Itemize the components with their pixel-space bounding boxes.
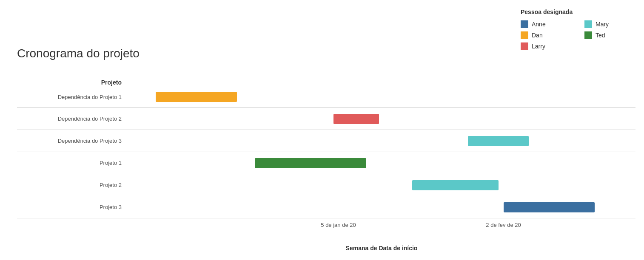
row-track (128, 108, 635, 130)
row-label: Projeto 3 (17, 204, 128, 210)
gantt-bar (468, 136, 529, 146)
chart-main: Cronograma do projeto Projeto Dependênci… (9, 13, 635, 252)
gantt-row: Dependência do Projeto 1 (17, 86, 635, 108)
gantt-bar (156, 92, 237, 102)
gantt-rows-area: Dependência do Projeto 1Dependência do P… (17, 86, 635, 218)
x-label-1: 5 de jan de 20 (321, 222, 356, 228)
x-axis-title: Semana de Data de início (128, 245, 635, 252)
row-label: Dependência do Projeto 3 (17, 138, 128, 144)
row-track (128, 86, 635, 107)
row-label: Projeto 1 (17, 160, 128, 166)
gantt-row: Projeto 3 (17, 196, 635, 218)
gantt-row: Dependência do Projeto 2 (17, 108, 635, 130)
row-label: Dependência do Projeto 1 (17, 94, 128, 100)
x-label-2: 2 de fev de 20 (486, 222, 521, 228)
gantt-bar (255, 158, 367, 168)
row-label: Projeto 2 (17, 182, 128, 188)
gantt-wrapper: Projeto Dependência do Projeto 1Dependên… (17, 73, 635, 252)
col-header-row: Projeto (17, 73, 635, 86)
gantt-bar (412, 180, 499, 190)
gantt-row: Dependência do Projeto 3 (17, 130, 635, 152)
gantt-bar (333, 114, 379, 124)
row-track (128, 196, 635, 218)
row-track (128, 130, 635, 152)
row-label: Dependência do Projeto 2 (17, 116, 128, 122)
row-track (128, 152, 635, 174)
chart-title: Cronograma do projeto (17, 47, 635, 60)
x-axis-labels: 5 de jan de 20 2 de fev de 20 (128, 222, 635, 232)
row-track (128, 174, 635, 196)
col-header-project: Projeto (17, 79, 128, 86)
chart-container: Pessoa designada Anne Mary Dan Ted (0, 0, 644, 260)
gantt-row: Projeto 2 (17, 174, 635, 196)
gantt-bar (504, 202, 595, 212)
gantt-row: Projeto 1 (17, 152, 635, 174)
